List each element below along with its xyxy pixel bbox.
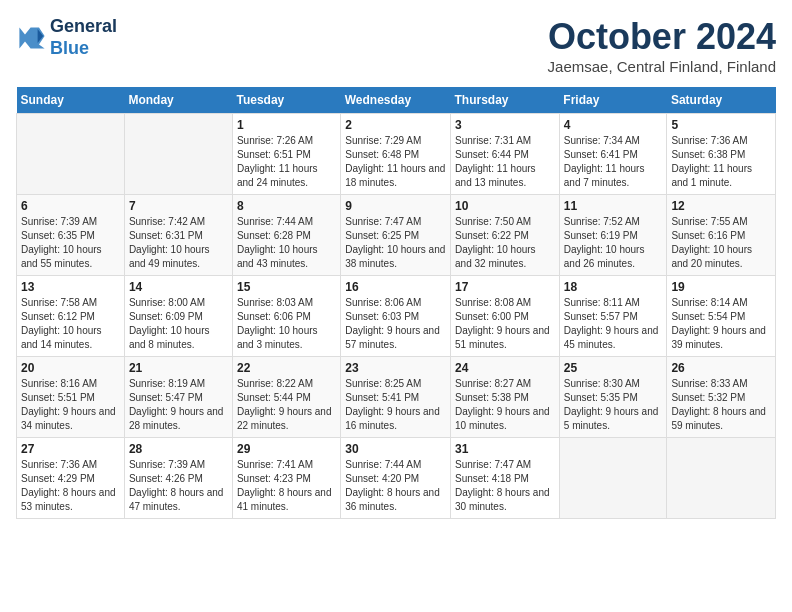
calendar-cell: 18Sunrise: 8:11 AM Sunset: 5:57 PM Dayli… xyxy=(559,276,667,357)
day-info: Sunrise: 7:50 AM Sunset: 6:22 PM Dayligh… xyxy=(455,215,555,271)
day-info: Sunrise: 7:52 AM Sunset: 6:19 PM Dayligh… xyxy=(564,215,663,271)
day-number: 8 xyxy=(237,199,336,213)
day-number: 31 xyxy=(455,442,555,456)
day-number: 28 xyxy=(129,442,228,456)
calendar-cell: 30Sunrise: 7:44 AM Sunset: 4:20 PM Dayli… xyxy=(341,438,451,519)
weekday-header-cell: Tuesday xyxy=(232,87,340,114)
day-info: Sunrise: 7:58 AM Sunset: 6:12 PM Dayligh… xyxy=(21,296,120,352)
calendar-cell xyxy=(559,438,667,519)
day-number: 11 xyxy=(564,199,663,213)
calendar-cell: 8Sunrise: 7:44 AM Sunset: 6:28 PM Daylig… xyxy=(232,195,340,276)
calendar-cell xyxy=(124,114,232,195)
day-number: 15 xyxy=(237,280,336,294)
calendar-week-row: 1Sunrise: 7:26 AM Sunset: 6:51 PM Daylig… xyxy=(17,114,776,195)
calendar-cell: 9Sunrise: 7:47 AM Sunset: 6:25 PM Daylig… xyxy=(341,195,451,276)
calendar-cell: 1Sunrise: 7:26 AM Sunset: 6:51 PM Daylig… xyxy=(232,114,340,195)
calendar-cell: 5Sunrise: 7:36 AM Sunset: 6:38 PM Daylig… xyxy=(667,114,776,195)
day-info: Sunrise: 8:30 AM Sunset: 5:35 PM Dayligh… xyxy=(564,377,663,433)
day-number: 17 xyxy=(455,280,555,294)
day-number: 30 xyxy=(345,442,446,456)
day-number: 9 xyxy=(345,199,446,213)
calendar-cell xyxy=(667,438,776,519)
calendar-week-row: 27Sunrise: 7:36 AM Sunset: 4:29 PM Dayli… xyxy=(17,438,776,519)
day-info: Sunrise: 8:06 AM Sunset: 6:03 PM Dayligh… xyxy=(345,296,446,352)
calendar-cell: 27Sunrise: 7:36 AM Sunset: 4:29 PM Dayli… xyxy=(17,438,125,519)
day-info: Sunrise: 7:47 AM Sunset: 6:25 PM Dayligh… xyxy=(345,215,446,271)
day-number: 7 xyxy=(129,199,228,213)
day-number: 23 xyxy=(345,361,446,375)
day-info: Sunrise: 8:00 AM Sunset: 6:09 PM Dayligh… xyxy=(129,296,228,352)
day-info: Sunrise: 7:34 AM Sunset: 6:41 PM Dayligh… xyxy=(564,134,663,190)
calendar-cell: 28Sunrise: 7:39 AM Sunset: 4:26 PM Dayli… xyxy=(124,438,232,519)
calendar-cell: 4Sunrise: 7:34 AM Sunset: 6:41 PM Daylig… xyxy=(559,114,667,195)
logo: General Blue xyxy=(16,16,117,59)
day-number: 25 xyxy=(564,361,663,375)
day-info: Sunrise: 7:44 AM Sunset: 4:20 PM Dayligh… xyxy=(345,458,446,514)
day-number: 4 xyxy=(564,118,663,132)
calendar-week-row: 6Sunrise: 7:39 AM Sunset: 6:35 PM Daylig… xyxy=(17,195,776,276)
day-number: 22 xyxy=(237,361,336,375)
weekday-header-cell: Friday xyxy=(559,87,667,114)
calendar-cell: 20Sunrise: 8:16 AM Sunset: 5:51 PM Dayli… xyxy=(17,357,125,438)
day-info: Sunrise: 8:25 AM Sunset: 5:41 PM Dayligh… xyxy=(345,377,446,433)
day-number: 5 xyxy=(671,118,771,132)
day-info: Sunrise: 8:33 AM Sunset: 5:32 PM Dayligh… xyxy=(671,377,771,433)
calendar-cell: 23Sunrise: 8:25 AM Sunset: 5:41 PM Dayli… xyxy=(341,357,451,438)
day-info: Sunrise: 7:31 AM Sunset: 6:44 PM Dayligh… xyxy=(455,134,555,190)
day-info: Sunrise: 8:14 AM Sunset: 5:54 PM Dayligh… xyxy=(671,296,771,352)
calendar-cell: 17Sunrise: 8:08 AM Sunset: 6:00 PM Dayli… xyxy=(451,276,560,357)
calendar-cell: 24Sunrise: 8:27 AM Sunset: 5:38 PM Dayli… xyxy=(451,357,560,438)
calendar-cell xyxy=(17,114,125,195)
day-number: 14 xyxy=(129,280,228,294)
title-area: October 2024 Jaemsae, Central Finland, F… xyxy=(548,16,776,75)
day-info: Sunrise: 8:03 AM Sunset: 6:06 PM Dayligh… xyxy=(237,296,336,352)
day-info: Sunrise: 8:11 AM Sunset: 5:57 PM Dayligh… xyxy=(564,296,663,352)
calendar-cell: 31Sunrise: 7:47 AM Sunset: 4:18 PM Dayli… xyxy=(451,438,560,519)
day-number: 18 xyxy=(564,280,663,294)
day-number: 12 xyxy=(671,199,771,213)
day-info: Sunrise: 7:26 AM Sunset: 6:51 PM Dayligh… xyxy=(237,134,336,190)
calendar-body: 1Sunrise: 7:26 AM Sunset: 6:51 PM Daylig… xyxy=(17,114,776,519)
day-info: Sunrise: 7:29 AM Sunset: 6:48 PM Dayligh… xyxy=(345,134,446,190)
day-info: Sunrise: 8:19 AM Sunset: 5:47 PM Dayligh… xyxy=(129,377,228,433)
day-info: Sunrise: 7:41 AM Sunset: 4:23 PM Dayligh… xyxy=(237,458,336,514)
day-number: 6 xyxy=(21,199,120,213)
logo-line1: General xyxy=(50,16,117,38)
calendar-cell: 15Sunrise: 8:03 AM Sunset: 6:06 PM Dayli… xyxy=(232,276,340,357)
day-info: Sunrise: 7:39 AM Sunset: 4:26 PM Dayligh… xyxy=(129,458,228,514)
weekday-header-cell: Saturday xyxy=(667,87,776,114)
day-number: 26 xyxy=(671,361,771,375)
day-info: Sunrise: 7:55 AM Sunset: 6:16 PM Dayligh… xyxy=(671,215,771,271)
day-number: 10 xyxy=(455,199,555,213)
logo-line2: Blue xyxy=(50,38,117,60)
calendar-cell: 25Sunrise: 8:30 AM Sunset: 5:35 PM Dayli… xyxy=(559,357,667,438)
calendar-cell: 19Sunrise: 8:14 AM Sunset: 5:54 PM Dayli… xyxy=(667,276,776,357)
day-info: Sunrise: 8:16 AM Sunset: 5:51 PM Dayligh… xyxy=(21,377,120,433)
calendar-cell: 11Sunrise: 7:52 AM Sunset: 6:19 PM Dayli… xyxy=(559,195,667,276)
day-number: 20 xyxy=(21,361,120,375)
location-title: Jaemsae, Central Finland, Finland xyxy=(548,58,776,75)
day-info: Sunrise: 7:42 AM Sunset: 6:31 PM Dayligh… xyxy=(129,215,228,271)
calendar-cell: 7Sunrise: 7:42 AM Sunset: 6:31 PM Daylig… xyxy=(124,195,232,276)
calendar-cell: 12Sunrise: 7:55 AM Sunset: 6:16 PM Dayli… xyxy=(667,195,776,276)
calendar-cell: 16Sunrise: 8:06 AM Sunset: 6:03 PM Dayli… xyxy=(341,276,451,357)
page-header: General Blue October 2024 Jaemsae, Centr… xyxy=(16,16,776,75)
calendar-cell: 13Sunrise: 7:58 AM Sunset: 6:12 PM Dayli… xyxy=(17,276,125,357)
weekday-header-cell: Sunday xyxy=(17,87,125,114)
day-number: 29 xyxy=(237,442,336,456)
calendar-cell: 6Sunrise: 7:39 AM Sunset: 6:35 PM Daylig… xyxy=(17,195,125,276)
calendar-cell: 22Sunrise: 8:22 AM Sunset: 5:44 PM Dayli… xyxy=(232,357,340,438)
day-number: 2 xyxy=(345,118,446,132)
day-number: 3 xyxy=(455,118,555,132)
calendar-week-row: 13Sunrise: 7:58 AM Sunset: 6:12 PM Dayli… xyxy=(17,276,776,357)
calendar-week-row: 20Sunrise: 8:16 AM Sunset: 5:51 PM Dayli… xyxy=(17,357,776,438)
calendar-cell: 2Sunrise: 7:29 AM Sunset: 6:48 PM Daylig… xyxy=(341,114,451,195)
day-number: 21 xyxy=(129,361,228,375)
day-info: Sunrise: 7:47 AM Sunset: 4:18 PM Dayligh… xyxy=(455,458,555,514)
calendar-cell: 10Sunrise: 7:50 AM Sunset: 6:22 PM Dayli… xyxy=(451,195,560,276)
day-number: 13 xyxy=(21,280,120,294)
calendar-cell: 21Sunrise: 8:19 AM Sunset: 5:47 PM Dayli… xyxy=(124,357,232,438)
weekday-header-cell: Monday xyxy=(124,87,232,114)
weekday-header-cell: Thursday xyxy=(451,87,560,114)
day-info: Sunrise: 7:39 AM Sunset: 6:35 PM Dayligh… xyxy=(21,215,120,271)
